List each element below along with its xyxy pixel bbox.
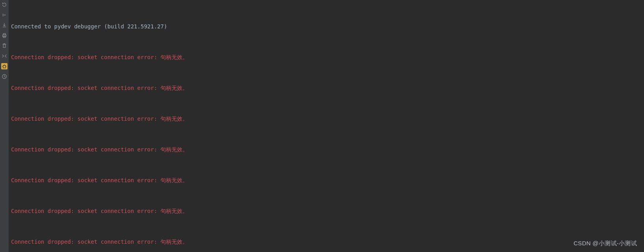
svg-rect-1	[3, 34, 5, 35]
console-line: Connected to pydev debugger (build 221.5…	[11, 21, 642, 32]
console-gutter	[0, 0, 9, 252]
console-line: Connection dropped: socket connection er…	[11, 237, 642, 247]
console-line: Connection dropped: socket connection er…	[11, 175, 642, 185]
console-output[interactable]: Connected to pydev debugger (build 221.5…	[9, 0, 644, 252]
clock-icon[interactable]	[1, 73, 7, 80]
console-root: Connected to pydev debugger (build 221.5…	[0, 0, 644, 252]
download-icon[interactable]	[1, 22, 7, 28]
console-line: Connection dropped: socket connection er…	[11, 114, 642, 124]
bug-icon[interactable]	[1, 63, 7, 69]
console-line: Connection dropped: socket connection er…	[11, 52, 642, 62]
console-line: Connection dropped: socket connection er…	[11, 144, 642, 155]
svg-rect-2	[3, 36, 5, 38]
print-icon[interactable]	[1, 32, 7, 39]
merge-icon[interactable]	[1, 53, 7, 59]
stop-icon[interactable]	[1, 12, 7, 18]
trash-icon[interactable]	[1, 43, 7, 49]
console-line: Connection dropped: socket connection er…	[11, 206, 642, 216]
console-line: Connection dropped: socket connection er…	[11, 83, 642, 93]
rerun-icon[interactable]	[1, 2, 7, 8]
